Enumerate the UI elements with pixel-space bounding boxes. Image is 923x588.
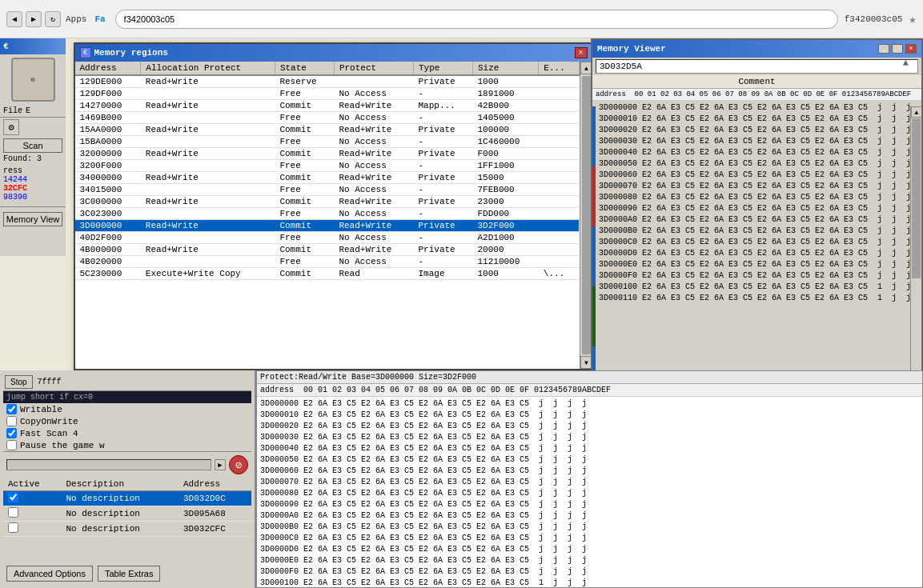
table-cell: Read+Write bbox=[141, 196, 275, 208]
addr-col-description: Description bbox=[61, 478, 179, 491]
table-row[interactable]: 15AA0000Read+WriteCommitRead+WritePrivat… bbox=[75, 124, 580, 136]
address-bar[interactable] bbox=[115, 10, 838, 29]
addr-address-cell: 3D095A68 bbox=[179, 506, 251, 522]
table-row[interactable]: 34015000FreeNo Access-7FEB000 bbox=[75, 184, 580, 196]
table-cell bbox=[539, 220, 579, 232]
mv-comment-bar: Comment ▲ bbox=[592, 75, 921, 89]
col-size: Size bbox=[473, 62, 539, 75]
table-row[interactable]: 129DF000FreeNo Access-1891000 bbox=[75, 88, 580, 100]
table-cell: 32000000 bbox=[75, 148, 141, 160]
jump-label: jump short if cx=0 bbox=[6, 393, 93, 402]
table-row[interactable]: 3D000000Read+WriteCommitRead+WritePrivat… bbox=[75, 220, 580, 232]
table-row[interactable]: 40D2F000FreeNo Access-A2D1000 bbox=[75, 232, 580, 244]
mv-scroll-up[interactable]: ▲ bbox=[911, 106, 921, 118]
table-extras-button[interactable]: Table Extras bbox=[98, 566, 161, 582]
protect-bar: Protect:Read/Write Base=3D000000 Size=3D… bbox=[257, 371, 922, 384]
mv-address-input[interactable] bbox=[596, 59, 918, 74]
scroll-thumb[interactable] bbox=[582, 76, 591, 354]
comment-scroll-btn[interactable]: ▲ bbox=[903, 58, 909, 69]
lower-hex-line: 3D000080 E2 6A E3 C5 E2 6A E3 C5 E2 6A E… bbox=[260, 488, 919, 499]
hex-line: 3D000060 E2 6A E3 C5 E2 6A E3 C5 E2 6A E… bbox=[599, 170, 918, 181]
table-cell: Reserve bbox=[275, 75, 334, 88]
stop-button[interactable]: Stop bbox=[5, 375, 33, 389]
addr-table-row[interactable]: No description3D032D0C bbox=[3, 491, 251, 506]
memory-view-button[interactable]: Memory View bbox=[3, 212, 62, 226]
col-alloc-protect: Allocation Protect bbox=[141, 62, 275, 75]
table-cell: Execute+Write Copy bbox=[141, 268, 275, 280]
edit-menu[interactable]: E bbox=[26, 106, 30, 115]
bookmark-icon[interactable]: ★ bbox=[909, 11, 917, 27]
memory-regions-table: Address Allocation Protect State Protect… bbox=[75, 62, 580, 280]
addr-table-row[interactable]: No description3D032CFC bbox=[3, 522, 251, 537]
table-cell: 1405000 bbox=[473, 112, 539, 124]
table-row[interactable]: 14270000Read+WriteCommitRead+WriteMapp..… bbox=[75, 100, 580, 112]
table-row[interactable]: 32000000Read+WriteCommitRead+WritePrivat… bbox=[75, 148, 580, 160]
comment-label: Comment bbox=[738, 77, 775, 86]
table-cell: Read+Write bbox=[141, 172, 275, 184]
refresh-button[interactable]: ↻ bbox=[45, 11, 61, 27]
table-row[interactable]: 3C000000Read+WriteCommitRead+WritePrivat… bbox=[75, 196, 580, 208]
hex-column-header: address 00 01 02 03 04 05 06 07 08 09 0A… bbox=[592, 89, 921, 101]
table-cell: 1891000 bbox=[473, 88, 539, 100]
lower-hex-line: 3D0000B0 E2 6A E3 C5 E2 6A E3 C5 E2 6A E… bbox=[260, 522, 919, 533]
table-row[interactable]: 3200F000FreeNo Access-1FF1000 bbox=[75, 160, 580, 172]
table-cell bbox=[141, 88, 275, 100]
table-cell: Commit bbox=[275, 268, 334, 280]
scroll-right-btn[interactable]: ▶ bbox=[215, 459, 226, 470]
table-cell: Free bbox=[275, 208, 334, 220]
table-cell bbox=[141, 232, 275, 244]
table-cell: Private bbox=[414, 244, 473, 256]
back-button[interactable]: ◀ bbox=[6, 11, 22, 27]
copy-on-write-checkbox[interactable] bbox=[6, 416, 17, 426]
table-row[interactable]: 3C023000FreeNo Access-FDD000 bbox=[75, 208, 580, 220]
modal-close-button[interactable]: × bbox=[575, 47, 588, 58]
table-cell bbox=[141, 208, 275, 220]
table-row[interactable]: 1469B000FreeNo Access-1405000 bbox=[75, 112, 580, 124]
table-cell: Free bbox=[275, 136, 334, 148]
forward-button[interactable]: ▶ bbox=[26, 11, 42, 27]
table-cell: - bbox=[414, 88, 473, 100]
mv-close-button[interactable]: × bbox=[905, 44, 917, 54]
pause-row: Pause the game w bbox=[3, 439, 251, 451]
table-row[interactable]: 4B020000FreeNo Access-11210000 bbox=[75, 256, 580, 268]
table-cell: Read+Write bbox=[334, 148, 413, 160]
pause-checkbox[interactable] bbox=[6, 440, 17, 450]
table-cell bbox=[539, 112, 579, 124]
table-cell bbox=[539, 196, 579, 208]
writable-checkbox[interactable] bbox=[6, 404, 17, 414]
addr-table-row[interactable]: No description3D095A68 bbox=[3, 506, 251, 522]
table-cell: 129DF000 bbox=[75, 88, 141, 100]
hex-line: 3D0000A0 E2 6A E3 C5 E2 6A E3 C5 E2 6A E… bbox=[599, 214, 918, 226]
table-cell: - bbox=[414, 208, 473, 220]
fast-scan-checkbox[interactable] bbox=[6, 428, 17, 438]
toolbar-icon-1[interactable]: ⚙ bbox=[3, 119, 19, 135]
addr-address-cell: 3D032CFC bbox=[179, 522, 251, 537]
advanced-options-button[interactable]: Advanced Options bbox=[6, 566, 93, 582]
addr-active-checkbox-2[interactable] bbox=[8, 522, 18, 533]
table-row[interactable]: 34000000Read+WriteCommitRead+WritePrivat… bbox=[75, 172, 580, 184]
hex-line: 3D000000 E2 6A E3 C5 E2 6A E3 C5 E2 6A E… bbox=[599, 102, 918, 114]
addr-active-checkbox-1[interactable] bbox=[8, 507, 18, 518]
addr-col-active: Active bbox=[3, 478, 61, 491]
table-row[interactable]: 4B000000Read+WriteCommitRead+WritePrivat… bbox=[75, 244, 580, 256]
scan-button[interactable]: Scan bbox=[3, 138, 62, 153]
table-row[interactable]: 15BA0000FreeNo Access-1C460000 bbox=[75, 136, 580, 148]
stop-circle-icon[interactable]: ⊘ bbox=[229, 455, 248, 474]
addr-val-3: 98390 bbox=[3, 193, 62, 202]
file-menu[interactable]: File bbox=[3, 106, 22, 115]
table-cell bbox=[539, 256, 579, 268]
mv-scroll-thumb[interactable] bbox=[912, 118, 921, 278]
mv-minimize-button[interactable]: _ bbox=[878, 44, 889, 54]
hex-line: 3D000080 E2 6A E3 C5 E2 6A E3 C5 E2 6A E… bbox=[599, 192, 918, 203]
mv-controls: _ □ × bbox=[878, 44, 917, 54]
addr-active-cell bbox=[3, 491, 61, 506]
scroll-track[interactable] bbox=[6, 459, 211, 470]
mv-maximize-button[interactable]: □ bbox=[892, 44, 903, 54]
addr-active-checkbox-0[interactable] bbox=[8, 492, 18, 502]
modal-title: Memory regions bbox=[94, 48, 168, 58]
mv-title: Memory Viewer bbox=[597, 44, 666, 54]
table-cell: Read+Write bbox=[334, 124, 413, 136]
table-row[interactable]: 5C230000Execute+Write CopyCommitReadImag… bbox=[75, 268, 580, 280]
table-cell: F000 bbox=[473, 148, 539, 160]
table-row[interactable]: 129DE000Read+WriteReservePrivate1000 bbox=[75, 75, 580, 88]
